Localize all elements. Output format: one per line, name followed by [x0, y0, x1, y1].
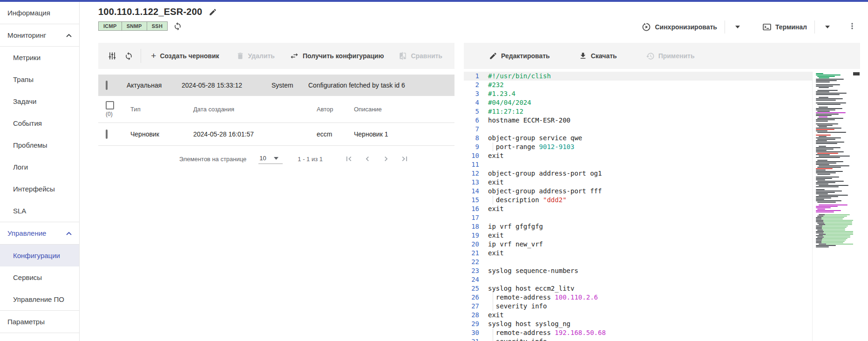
compare-label: Сравнить [411, 52, 442, 60]
previous-page-button[interactable] [362, 153, 373, 164]
sync-button[interactable]: Синхронизировать [637, 20, 721, 34]
code-editor[interactable]: 1#!/usr/bin/clish2#2323#1.23.44#04/04/20… [464, 72, 860, 341]
minimap-line [816, 177, 839, 177]
sidebar-item-software[interactable]: Управление ПО [0, 288, 79, 310]
sidebar-item-tasks[interactable]: Задачи [0, 90, 79, 112]
create-draft-button[interactable]: + Создать черновик [144, 48, 225, 63]
sidebar-item-traps[interactable]: Трапы [0, 68, 79, 90]
download-button[interactable]: Скачать [572, 48, 624, 64]
sidebar-item-interfaces[interactable]: Интерфейсы [0, 178, 79, 200]
sidebar-item-services[interactable]: Сервисы [0, 266, 79, 288]
first-page-button[interactable] [343, 153, 354, 164]
line-number: 17 [464, 213, 488, 222]
minimap-line [817, 132, 846, 133]
current-configuration-row[interactable]: Актуальная 2024-05-28 15:33:12 System Co… [98, 75, 454, 96]
line-number: 8 [464, 134, 488, 143]
code-line: 23syslog sequence-numbers [464, 266, 812, 275]
line-number: 23 [464, 266, 488, 275]
sidebar-item-metrics[interactable]: Метрики [0, 47, 79, 68]
last-page-button[interactable] [399, 153, 410, 164]
code-text: object-group address-port og1 [488, 169, 812, 178]
minimap-line [816, 149, 834, 150]
row-checkbox[interactable] [106, 130, 108, 139]
current-description: Configuration fetched by task id 6 [308, 82, 454, 89]
token: #04/04/2024 [488, 99, 531, 106]
sidebar-item-configurations[interactable]: Конфигурации [0, 245, 79, 266]
sidebar-item-sla[interactable]: SLA [0, 200, 79, 222]
line-number: 27 [464, 302, 488, 311]
divider [725, 20, 725, 34]
refresh-device-icon[interactable] [173, 22, 182, 31]
apply-button[interactable]: Применить [639, 48, 701, 64]
select-all-checkbox[interactable] [106, 101, 114, 109]
minimap-line [816, 130, 827, 131]
minimap-line [816, 80, 837, 81]
minimap-line [816, 246, 829, 247]
sync-dropdown-button[interactable] [728, 22, 747, 32]
minimap-line [819, 224, 852, 225]
column-type: Тип [130, 106, 193, 113]
filter-icon[interactable] [104, 48, 121, 64]
sidebar-item-problems[interactable]: Проблемы [0, 134, 79, 156]
sidebar-item-information[interactable]: Информация [0, 2, 79, 24]
code-text: object-group address-port fff [488, 187, 812, 196]
token: hostname ECCM-ESR-200 [488, 116, 570, 124]
minimap-line [816, 135, 831, 136]
edit-title-pencil-icon[interactable] [209, 8, 217, 16]
code-line: 30 remote-address 192.168.50.68 [464, 328, 812, 337]
minimap-line [817, 125, 833, 126]
cell-created: 2024-05-28 16:01:57 [193, 130, 317, 138]
minimap-line [816, 200, 841, 201]
sidebar-item-logs[interactable]: Логи [0, 156, 79, 178]
current-row-checkbox[interactable] [106, 81, 108, 90]
selected-count: (0) [106, 111, 130, 117]
code-text: severity info [488, 302, 812, 311]
next-page-button[interactable] [380, 153, 392, 164]
code-minimap[interactable] [812, 72, 853, 341]
minimap-line [819, 205, 848, 205]
minimap-line [815, 95, 851, 96]
code-text: ip vrf new_vrf [488, 240, 812, 249]
editor-scrollbar[interactable] [853, 72, 860, 341]
cell-author: eccm [317, 130, 354, 138]
token: syslog host eccm2_litv [488, 285, 574, 292]
minimap-line [816, 191, 842, 191]
minimap-line [817, 118, 843, 119]
delete-button[interactable]: Удалить [230, 48, 281, 64]
indent-guide [493, 337, 493, 341]
terminal-dropdown-button[interactable] [818, 22, 837, 32]
minimap-line [819, 77, 829, 78]
minimap-line [815, 83, 851, 84]
edit-button[interactable]: Редактировать [482, 48, 556, 64]
table-row[interactable]: Черновик2024-05-28 16:01:57eccmЧерновик … [98, 123, 454, 146]
compare-icon [399, 52, 407, 60]
code-line: 1#!/usr/bin/clish [464, 72, 812, 81]
refresh-table-icon[interactable] [121, 48, 137, 64]
indent-guide [493, 293, 493, 302]
sidebar-item-management[interactable]: Управление [0, 222, 79, 244]
scrollbar-thumb[interactable] [853, 72, 860, 75]
terminal-button[interactable]: Терминал [758, 20, 812, 34]
minimap-line [816, 109, 835, 110]
more-menu-button[interactable] [844, 20, 861, 34]
compare-button[interactable]: Сравнить [392, 48, 449, 64]
minimap-line [816, 86, 833, 87]
sidebar-item-events[interactable]: События [0, 112, 79, 134]
code-text: #232 [488, 81, 812, 89]
code-line: 14object-group address-port fff [464, 187, 812, 196]
page-range-label: 1 - 1 из 1 [298, 156, 323, 163]
sidebar-item-monitoring[interactable]: Мониторинг [0, 24, 79, 46]
get-configuration-label: Получить конфигурацию [303, 52, 384, 60]
code-line: 18ip vrf gfgfgfg [464, 222, 812, 231]
minimap-line [817, 104, 841, 105]
get-configuration-button[interactable]: Получить конфигурацию [283, 48, 390, 64]
page-header: 100.110.1.122_ESR-200 ICMPSNMPSSH [80, 2, 868, 41]
code-line: 4#04/04/2024 [464, 98, 812, 107]
code-area[interactable]: 1#!/usr/bin/clish2#2323#1.23.44#04/04/20… [464, 72, 812, 341]
code-text [488, 213, 812, 222]
token: ip vrf gfgfgfg [488, 223, 543, 230]
token: ip vrf new_vrf [488, 240, 543, 248]
items-per-page-select[interactable]: 10 [258, 154, 283, 164]
code-text: #!/usr/bin/clish [488, 72, 812, 81]
sidebar-item-parameters[interactable]: Параметры [0, 311, 79, 333]
